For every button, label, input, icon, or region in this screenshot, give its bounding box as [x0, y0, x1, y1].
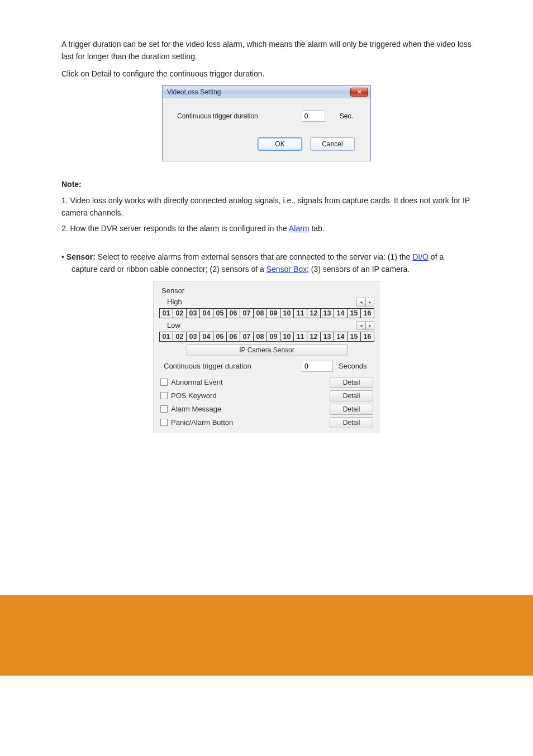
note-2-part2: tab.: [310, 224, 325, 233]
checkbox[interactable]: [160, 392, 168, 399]
sensor-slot-01[interactable]: 01: [160, 332, 173, 341]
sensor-lead: Sensor:: [66, 252, 98, 261]
high-right-arrow[interactable]: ▸: [365, 298, 374, 307]
cancel-label: Cancel: [322, 140, 342, 148]
high-left-arrow[interactable]: ◂: [356, 298, 365, 307]
ip-camera-sensor-button[interactable]: IP Camera Sensor: [187, 344, 348, 356]
event-row: Abnormal EventDetail: [159, 376, 374, 390]
sensor-slot-11[interactable]: 11: [294, 309, 307, 318]
detail-button[interactable]: Detail: [330, 377, 373, 388]
event-label: Abnormal Event: [171, 378, 223, 386]
checkbox[interactable]: [160, 419, 168, 426]
low-left-arrow[interactable]: ◂: [356, 321, 365, 330]
sensor-slot-07[interactable]: 07: [240, 309, 254, 318]
dialog-titlebar: VideoLoss Setting ✕: [163, 86, 370, 98]
sensor-slot-12[interactable]: 12: [307, 332, 321, 341]
dialog-title: VideoLoss Setting: [167, 88, 221, 96]
checkbox[interactable]: [160, 379, 168, 386]
sensor-slot-08[interactable]: 08: [254, 332, 267, 341]
high-number-row: 01020304050607080910111213141516: [159, 308, 374, 318]
alarm-link[interactable]: Alarm: [289, 224, 310, 233]
dio-link[interactable]: DI/O: [412, 252, 429, 261]
sensor-slot-16[interactable]: 16: [361, 332, 374, 341]
sensor-slot-10[interactable]: 10: [280, 332, 294, 341]
close-icon: ✕: [357, 90, 361, 94]
event-row: Alarm MessageDetail: [159, 403, 374, 417]
ok-button[interactable]: OK: [258, 137, 302, 151]
ip-camera-sensor-label: IP Camera Sensor: [239, 346, 294, 354]
low-right-arrow[interactable]: ▸: [365, 321, 374, 330]
sensor-slot-02[interactable]: 02: [173, 332, 187, 341]
sensor-panel: Sensor High ◂ ▸ 010203040506070809101112…: [153, 281, 380, 433]
ctd-label: Continuous trigger duration: [177, 112, 258, 120]
sensor-slot-03[interactable]: 03: [187, 332, 200, 341]
note-2-part1: 2. How the DVR server responds to the al…: [61, 224, 289, 233]
sensor-slot-01[interactable]: 01: [160, 309, 173, 318]
sensor-slot-15[interactable]: 15: [348, 332, 361, 341]
notes-block: Note: 1. Video loss only works with dire…: [61, 178, 472, 235]
sec-label: Sec.: [340, 112, 353, 120]
sensor-slot-15[interactable]: 15: [348, 309, 361, 318]
sensor-slot-12[interactable]: 12: [307, 309, 321, 318]
sensor-ctd-label: Continuous trigger duration: [164, 362, 296, 370]
checkbox[interactable]: [160, 405, 168, 413]
sensor-slot-10[interactable]: 10: [280, 309, 294, 318]
close-button[interactable]: ✕: [350, 88, 368, 97]
event-label: POS Keyword: [171, 391, 217, 400]
sensor-desc-1: Select to receive alarms from external s…: [98, 252, 412, 261]
sensor-slot-04[interactable]: 04: [200, 332, 213, 341]
sensor-slot-16[interactable]: 16: [361, 309, 374, 318]
sensor-slot-06[interactable]: 06: [227, 309, 240, 318]
sensor-slot-14[interactable]: 14: [334, 309, 348, 318]
ok-label: OK: [275, 140, 284, 148]
sensor-slot-11[interactable]: 11: [294, 332, 307, 341]
sensor-slot-07[interactable]: 07: [240, 332, 254, 341]
paragraph-click-detail: Click on Detail to configure the continu…: [61, 68, 472, 80]
sensor-slot-02[interactable]: 02: [173, 309, 187, 318]
note-lead: Note:: [61, 180, 82, 189]
high-label: High: [167, 298, 182, 306]
text: A trigger duration can be set for the vi…: [61, 40, 472, 61]
sensor-slot-14[interactable]: 14: [334, 332, 348, 341]
low-label: Low: [167, 321, 180, 329]
detail-button[interactable]: Detail: [330, 417, 373, 428]
cancel-button[interactable]: Cancel: [310, 137, 355, 151]
sensor-ctd-input[interactable]: [302, 361, 333, 372]
event-row: POS KeywordDetail: [159, 390, 374, 403]
note-1: 1. Video loss only works with directly c…: [61, 196, 470, 217]
paragraph-trigger-duration: A trigger duration can be set for the vi…: [61, 38, 472, 63]
sensor-paragraph: • Sensor: Select to receive alarms from …: [61, 251, 472, 276]
dialog-body: Continuous trigger duration Sec. OK Canc…: [163, 98, 370, 161]
sensor-slot-08[interactable]: 08: [254, 309, 267, 318]
sensor-slot-09[interactable]: 09: [267, 309, 280, 318]
detail-button[interactable]: Detail: [330, 390, 373, 401]
sensor-slot-03[interactable]: 03: [187, 309, 200, 318]
event-label: Alarm Message: [171, 405, 221, 413]
low-number-row: 01020304050607080910111213141516: [159, 332, 374, 342]
sensor-slot-13[interactable]: 13: [321, 332, 334, 341]
text: Click on Detail to configure the continu…: [61, 69, 264, 78]
sensor-slot-05[interactable]: 05: [213, 309, 227, 318]
event-row: Panic/Alarm ButtonDetail: [159, 417, 374, 430]
sensor-slot-06[interactable]: 06: [227, 332, 240, 341]
sensor-slot-04[interactable]: 04: [200, 309, 213, 318]
videoloss-setting-dialog: VideoLoss Setting ✕ Continuous trigger d…: [162, 85, 371, 161]
ctd-input[interactable]: [302, 111, 325, 122]
sensor-slot-09[interactable]: 09: [267, 332, 280, 341]
detail-button[interactable]: Detail: [330, 404, 373, 415]
sensor-slot-13[interactable]: 13: [321, 309, 334, 318]
sensor-desc-3: ; (3) sensors of an IP camera.: [307, 265, 410, 274]
sensor-ctd-unit: Seconds: [339, 362, 373, 370]
sensor-slot-05[interactable]: 05: [213, 332, 227, 341]
event-label: Panic/Alarm Button: [171, 418, 233, 427]
footer-bar: [0, 595, 533, 676]
sensor-title: Sensor: [159, 286, 374, 295]
sensor-box-link[interactable]: Sensor Box: [266, 265, 307, 274]
